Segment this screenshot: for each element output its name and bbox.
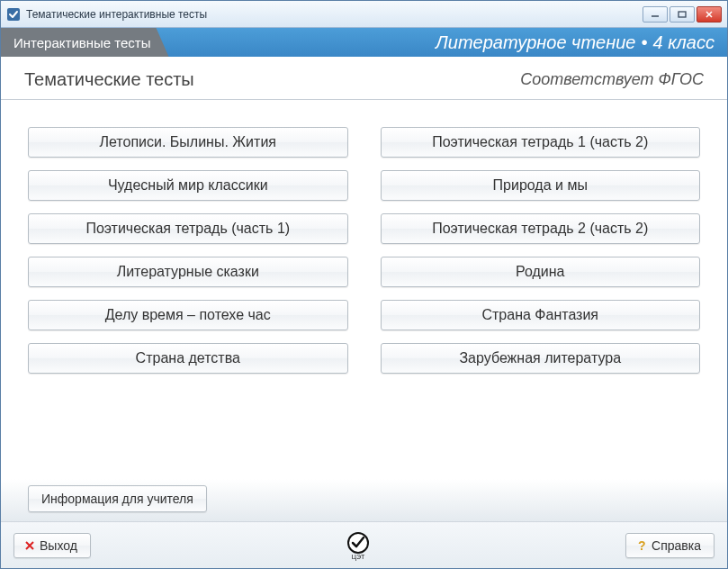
cet-logo-icon: ЦЭТ: [343, 530, 373, 561]
svg-text:?: ?: [638, 539, 646, 552]
teacher-info-button[interactable]: Информация для учителя: [28, 485, 207, 512]
window-title: Тематические интерактивные тесты: [26, 8, 643, 21]
header-subject-area: Литературное чтение • 4 класс: [169, 28, 727, 57]
close-button[interactable]: [697, 6, 722, 23]
topic-button[interactable]: Зарубежная литература: [381, 343, 701, 374]
topic-button[interactable]: Поэтическая тетрадь (часть 1): [28, 213, 348, 244]
topic-button[interactable]: Летописи. Былины. Жития: [28, 127, 348, 158]
question-icon: ?: [635, 539, 648, 552]
header-tab: Интерактивные тесты: [1, 28, 169, 57]
minimize-button[interactable]: [643, 6, 668, 23]
exit-button[interactable]: Выход: [13, 533, 91, 558]
topic-button[interactable]: Делу время – потехе час: [28, 300, 348, 330]
header-band: Интерактивные тесты Литературное чтение …: [1, 28, 727, 57]
topic-button[interactable]: Родина: [381, 257, 701, 287]
svg-rect-2: [679, 12, 686, 17]
footer: Выход ЦЭТ ? Справка: [1, 521, 727, 568]
topic-button[interactable]: Чудесный мир классики: [28, 170, 348, 201]
cet-logo-text: ЦЭТ: [352, 554, 365, 561]
topic-button[interactable]: Поэтическая тетрадь 2 (часть 2): [381, 213, 701, 244]
header-tab-label: Интерактивные тесты: [13, 35, 151, 50]
topic-button[interactable]: Поэтическая тетрадь 1 (часть 2): [381, 127, 701, 158]
help-button[interactable]: ? Справка: [625, 533, 715, 558]
fgos-label: Соответствует ФГОС: [520, 70, 704, 89]
topic-button[interactable]: Литературные сказки: [28, 257, 348, 287]
header-separator-dot: •: [635, 32, 652, 53]
close-x-icon: [23, 539, 36, 552]
window-controls: [643, 6, 722, 23]
topic-button[interactable]: Страна детства: [28, 343, 348, 374]
exit-button-label: Выход: [40, 538, 77, 553]
main-content: Летописи. Былины. Жития Поэтическая тетр…: [1, 100, 727, 521]
help-button-label: Справка: [652, 538, 701, 553]
app-window: Тематические интерактивные тесты Интерак…: [0, 0, 728, 569]
header-subject: Литературное чтение: [436, 32, 635, 53]
titlebar: Тематические интерактивные тесты: [1, 1, 727, 28]
subheader: Тематические тесты Соответствует ФГОС: [1, 57, 727, 100]
topic-button[interactable]: Природа и мы: [381, 170, 701, 201]
topic-button[interactable]: Страна Фантазия: [381, 300, 701, 330]
teacher-info-row: Информация для учителя: [28, 485, 700, 512]
topic-grid: Летописи. Былины. Жития Поэтическая тетр…: [28, 127, 700, 374]
page-title: Тематические тесты: [24, 69, 520, 90]
maximize-button[interactable]: [670, 6, 695, 23]
header-grade: 4 класс: [652, 32, 715, 53]
app-icon: [6, 7, 21, 22]
footer-center: ЦЭТ: [91, 530, 625, 561]
